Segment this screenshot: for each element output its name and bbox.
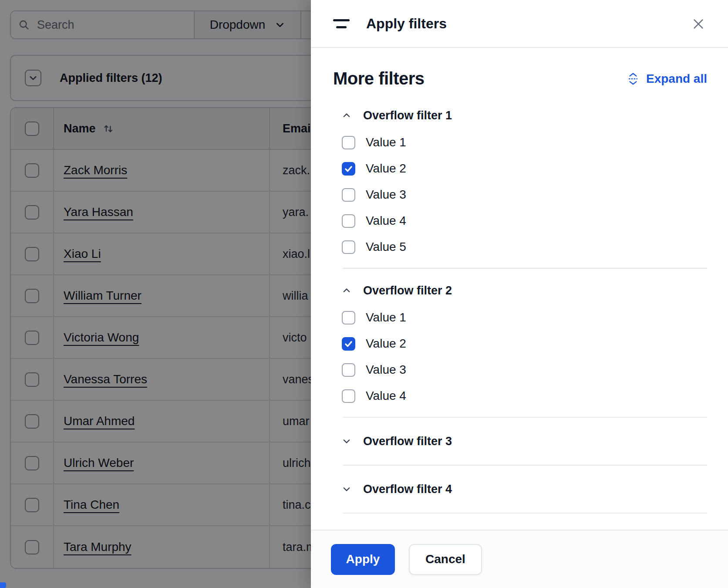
chevron-up-icon [342,286,351,295]
chevron-down-icon [342,436,351,446]
drawer-title: Apply filters [366,16,447,32]
filter-section-toggle-2[interactable]: Overflow filter 2 [333,277,452,304]
checkbox-unchecked-icon[interactable] [342,389,355,403]
filter-option[interactable]: Value 1 [333,129,707,155]
filter-section-label: Overflow filter 3 [363,435,452,448]
filter-section-toggle-1[interactable]: Overflow filter 1 [333,101,452,129]
section-divider [343,465,707,466]
checkbox-unchecked-icon[interactable] [342,136,355,149]
checkbox-checked-icon[interactable] [342,162,355,176]
filter-option[interactable]: Value 2 [333,155,707,182]
filter-section-toggle-3[interactable]: Overflow filter 3 [333,426,452,457]
filter-option-label: Value 5 [366,240,406,254]
checkbox-unchecked-icon[interactable] [342,188,355,202]
filter-option-label: Value 1 [366,135,406,149]
drawer-header: Apply filters [311,0,728,48]
chevron-down-icon [342,484,351,494]
filter-option-label: Value 1 [366,311,406,324]
section-divider [343,268,707,269]
drawer-body: More filters Expand all Overflow filter … [311,48,728,588]
expand-all-icon [627,72,639,86]
filter-option-label: Value 4 [366,214,406,228]
filter-icon [333,19,350,28]
cancel-button[interactable]: Cancel [409,544,482,575]
filter-option[interactable]: Value 3 [333,357,707,383]
filter-option[interactable]: Value 4 [333,208,707,234]
filter-option-label: Value 3 [366,188,406,202]
filter-section-toggle-4[interactable]: Overflow filter 4 [333,473,452,505]
filter-option[interactable]: Value 2 [333,331,707,357]
filter-option[interactable]: Value 1 [333,304,707,331]
more-filters-heading: More filters [333,69,425,88]
filter-option[interactable]: Value 4 [333,383,707,409]
filter-section-label: Overflow filter 2 [363,284,452,297]
checkbox-unchecked-icon[interactable] [342,311,355,324]
drawer-footer: Apply Cancel [311,530,728,588]
checkbox-unchecked-icon[interactable] [342,240,355,254]
checkbox-unchecked-icon[interactable] [342,363,355,377]
filter-option-label: Value 4 [366,389,406,403]
filter-option[interactable]: Value 5 [333,234,707,260]
chevron-up-icon [342,111,351,120]
bottom-left-accent [0,582,6,588]
section-divider [343,513,707,514]
filter-section-label: Overflow filter 1 [363,109,452,122]
expand-all-link[interactable]: Expand all [627,72,707,86]
section-divider [343,417,707,418]
expand-all-label: Expand all [646,72,707,86]
checkbox-checked-icon[interactable] [342,337,355,351]
close-icon [691,17,705,31]
apply-button[interactable]: Apply [331,544,395,575]
filter-option[interactable]: Value 3 [333,182,707,208]
filter-option-label: Value 3 [366,363,406,377]
apply-filters-drawer: Apply filters More filters Expand all [311,0,728,588]
filter-option-label: Value 2 [366,337,406,351]
filter-section-label: Overflow filter 4 [363,483,452,496]
close-button[interactable] [689,14,708,34]
checkbox-unchecked-icon[interactable] [342,214,355,228]
filter-option-label: Value 2 [366,162,406,176]
